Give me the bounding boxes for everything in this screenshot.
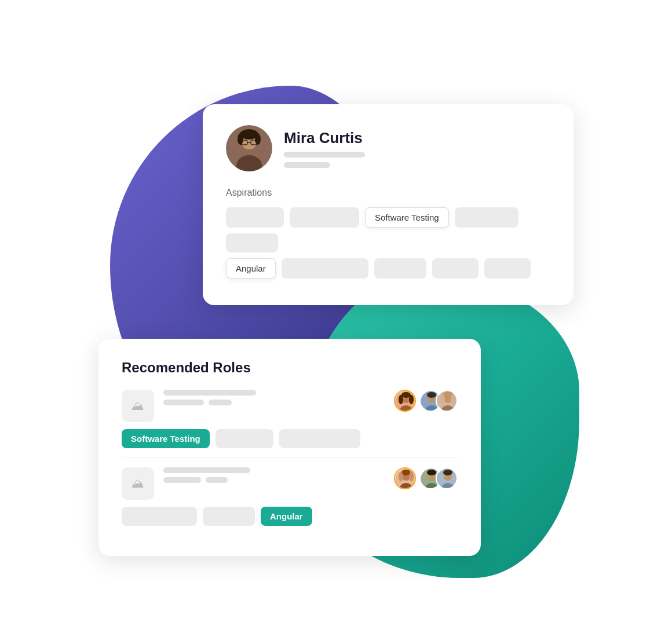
role-avatar-1a [394,390,416,412]
role-sub-bar-2a [163,477,201,483]
profile-card: Mira Curtis Aspirations ‌ ‌ Software Tes… [203,104,574,305]
software-testing-role-tag[interactable]: Software Testing [122,429,210,448]
svg-point-15 [409,395,414,404]
role-info-2 [163,467,458,489]
role-image-1: ⛰ [122,390,154,422]
placeholder-tag-3: ‌ [455,207,518,228]
svg-point-24 [440,394,445,404]
role-title-bar-2 [163,467,250,473]
svg-point-19 [427,392,436,398]
role-divider [122,457,458,458]
software-testing-tag[interactable]: Software Testing [365,207,449,228]
svg-point-8 [238,133,243,145]
role-avatar-2c [436,467,458,489]
svg-point-30 [399,472,403,481]
role-title-bar-1 [163,390,256,396]
role-meta-2 [163,467,458,489]
svg-point-14 [399,395,403,404]
svg-point-39 [443,470,452,475]
role-avatars-2 [394,467,458,489]
svg-point-31 [409,472,414,481]
role-tag-placeholder-4: ‌ [203,507,255,526]
role-item-2: ⛰ [122,467,458,500]
role-avatar-group-1 [419,390,458,412]
angular-tag[interactable]: Angular [226,258,276,279]
profile-header: Mira Curtis [226,125,550,171]
profile-name: Mira Curtis [284,129,365,147]
placeholder-tag-8: ‌ [484,258,531,279]
placeholder-tag-1: ‌ [226,207,284,228]
scene: Mira Curtis Aspirations ‌ ‌ Software Tes… [0,0,672,637]
angular-role-tag[interactable]: Angular [261,507,312,526]
role-image-2: ⛰ [122,467,154,500]
role-tags-1: Software Testing ‌ ‌ [122,429,458,448]
role-subtitle-bars-1 [163,400,256,405]
aspirations-tags-row-1: ‌ ‌ Software Testing ‌ ‌ [226,207,550,252]
placeholder-tag-7: ‌ [432,258,479,279]
profile-info: Mira Curtis [284,129,365,168]
role-avatar-group-2 [419,467,458,489]
role-tag-placeholder-1: ‌ [216,429,273,448]
role-tags-2: ‌ ‌ Angular [122,507,458,526]
role-sub-bar-1b [209,400,232,405]
role-subtitle-bars-2 [163,477,250,483]
svg-point-9 [255,133,261,145]
roles-card: Recomended Roles ⛰ [98,339,481,556]
placeholder-bar-2 [284,162,330,168]
role-text-group-2 [163,467,250,483]
role-text-group-1 [163,390,256,405]
role-sub-bar-1a [163,400,204,405]
role-tag-placeholder-3: ‌ [122,507,197,526]
role-avatar-1c [436,390,458,412]
role-sub-bar-2b [206,477,228,483]
role-item-1: ⛰ [122,390,458,422]
role-info-1 [163,390,458,412]
role-avatars-1 [394,390,458,412]
aspirations-tags-row-2: Angular ‌ ‌ ‌ ‌ [226,258,550,279]
cards-wrapper: Mira Curtis Aspirations ‌ ‌ Software Tes… [98,81,574,556]
avatar [226,125,272,171]
placeholder-tag-4: ‌ [226,233,278,252]
role-meta-1 [163,390,458,412]
svg-point-25 [451,394,455,404]
role-tag-placeholder-2: ‌ [279,429,360,448]
placeholder-tag-2: ‌ [290,207,359,228]
svg-point-13 [401,392,411,398]
role-avatar-2a [394,467,416,489]
placeholder-tag-6: ‌ [374,258,426,279]
image-icon-1: ⛰ [132,398,144,413]
roles-title: Recomended Roles [122,360,458,376]
placeholder-bar-1 [284,152,365,158]
svg-point-35 [427,470,436,475]
image-icon-2: ⛰ [132,476,144,491]
aspirations-label: Aspirations [226,188,550,198]
placeholder-tag-5: ‌ [282,258,368,279]
